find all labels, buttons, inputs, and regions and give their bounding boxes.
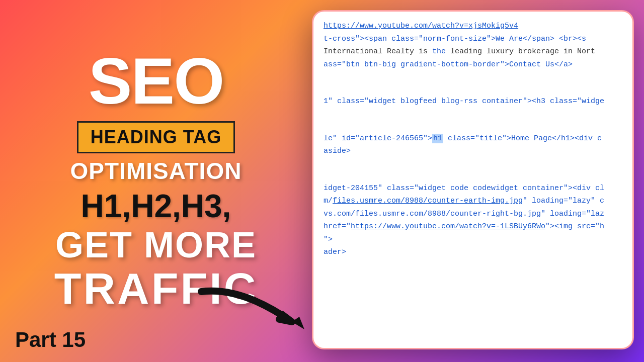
code-line-11: href="https://www.youtube.com/watch?v=-1…	[324, 220, 622, 233]
url-link-2: https://www.youtube.com/watch?v=-1LSBUy6…	[351, 222, 545, 231]
code-line-4: ass="btn btn-big gradient-bottom-border"…	[324, 58, 622, 71]
code-line-5: 1" class="widget blogfeed blog-rss conta…	[324, 95, 622, 108]
code-line-8: idget-204155" class="widget code codewid…	[324, 182, 622, 195]
code-line-12: ">	[324, 233, 622, 246]
optimisation-text: OPTIMISATION	[70, 157, 242, 185]
code-line-2: t-cross"><span class="norm-font-size">We…	[324, 33, 622, 46]
code-content: https://www.youtube.com/watch?v=xjsMokig…	[313, 12, 632, 267]
code-spacer-5	[324, 158, 622, 170]
h1-highlight: h1	[432, 134, 443, 143]
code-line-6: le" id="article-246565">h1 class="title"…	[324, 132, 622, 145]
code-spacer-4	[324, 120, 622, 132]
code-line-9: m/files.usmre.com/8988/counter-earth-img…	[324, 195, 622, 208]
part-number: Part 15	[15, 328, 86, 352]
h-tags-text: H1,H2,H3,	[81, 188, 231, 225]
code-line-13: ader>	[324, 246, 622, 259]
code-line-1: https://www.youtube.com/watch?v=xjsMokig…	[324, 20, 622, 33]
url-link-1: https://www.youtube.com/watch?v=xjsMokig…	[324, 22, 518, 30]
code-spacer-1	[324, 71, 622, 83]
code-line-7: aside>	[324, 145, 622, 158]
seo-title: SEO	[89, 48, 224, 114]
heading-tag-text: HEADING TAG	[91, 127, 221, 147]
code-line-10: vs.com/files.usmre.com/8988/counter-righ…	[324, 208, 622, 221]
code-spacer-2	[324, 83, 622, 95]
code-line-3: International Realty is the leading luxu…	[324, 45, 622, 58]
get-more-text: GET MORE	[55, 227, 257, 263]
code-spacer-3	[324, 108, 622, 120]
code-viewer: https://www.youtube.com/watch?v=xjsMokig…	[312, 10, 634, 349]
code-spacer-6	[324, 170, 622, 182]
heading-tag-badge: HEADING TAG	[77, 121, 235, 153]
